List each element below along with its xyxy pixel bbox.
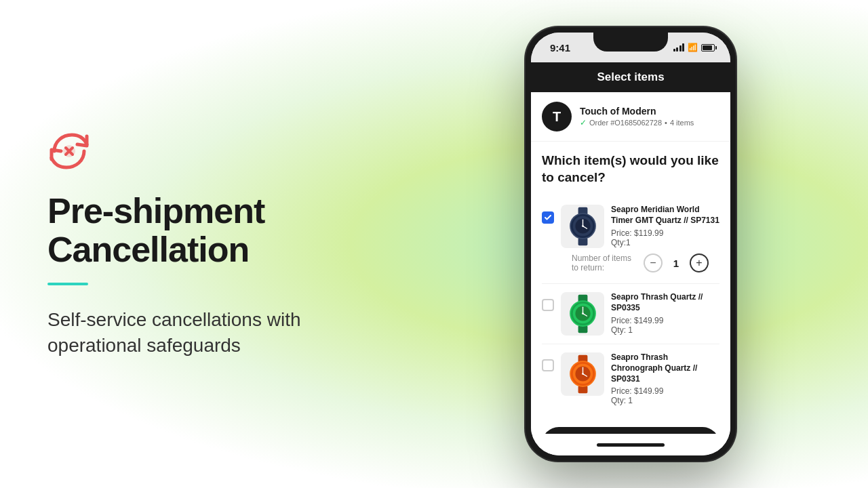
merchant-name: Touch of Modern xyxy=(580,106,719,117)
status-icons: 📶 xyxy=(673,43,717,52)
item-2-price: Price: $149.99 xyxy=(611,316,719,325)
wifi-icon: 📶 xyxy=(688,43,698,52)
merchant-avatar: T xyxy=(542,102,572,131)
merchant-info: Touch of Modern ✓ Order #O1685062728 • 4… xyxy=(580,106,719,127)
question-section: Which item(s) would you like to cancel? xyxy=(531,142,730,191)
item-3-name: Seapro Thrash Chronograph Quartz // SP03… xyxy=(611,352,719,384)
qty-label: Number of items to return: xyxy=(572,253,637,272)
verified-icon: ✓ xyxy=(580,118,587,127)
list-item: Seapro Meridian World Timer GMT Quartz /… xyxy=(531,197,730,283)
phone-container: 9:41 📶 xyxy=(393,27,868,461)
status-time: 9:41 xyxy=(550,42,570,54)
item-3-image xyxy=(561,352,604,396)
item-1-checkbox[interactable] xyxy=(542,211,554,224)
svg-point-10 xyxy=(582,226,584,228)
minus-label: − xyxy=(650,257,656,269)
item-count: 4 items xyxy=(670,119,694,127)
app-header: Select items xyxy=(531,62,730,92)
qty-minus-button[interactable]: − xyxy=(644,253,663,272)
item-row-inner-2: Seapro Thrash Quartz // SP0335 Price: $1… xyxy=(542,292,719,336)
order-separator: • xyxy=(665,119,667,127)
list-item: Seapro Thrash Chronograph Quartz // SP03… xyxy=(531,344,730,413)
item-1-name: Seapro Meridian World Timer GMT Quartz /… xyxy=(611,205,719,226)
phone-notch xyxy=(593,33,668,52)
app-header-title: Select items xyxy=(597,70,664,83)
item-3-checkbox[interactable] xyxy=(542,359,554,371)
cancel-button[interactable]: Cancel 1 item xyxy=(542,427,719,434)
question-text: Which item(s) would you like to cancel? xyxy=(542,152,719,186)
qty-value: 1 xyxy=(669,258,683,269)
item-2-checkbox[interactable] xyxy=(542,299,554,311)
signal-bars-icon xyxy=(673,43,685,52)
svg-point-26 xyxy=(582,373,584,375)
item-3-price: Price: $149.99 xyxy=(611,386,719,396)
home-indicator xyxy=(531,434,730,455)
home-bar xyxy=(597,443,665,447)
cancel-refresh-icon xyxy=(47,129,346,181)
item-row-inner-1: Seapro Meridian World Timer GMT Quartz /… xyxy=(542,205,719,248)
phone-screen: 9:41 📶 xyxy=(531,33,730,455)
item-1-price: Price: $119.99 xyxy=(611,228,719,238)
order-info: T Touch of Modern ✓ Order #O1685062728 •… xyxy=(531,92,730,142)
item-2-name: Seapro Thrash Quartz // SP0335 xyxy=(611,292,719,313)
item-2-qty: Qty: 1 xyxy=(611,325,719,335)
item-1-details: Seapro Meridian World Timer GMT Quartz /… xyxy=(611,205,719,247)
phone-mockup: 9:41 📶 xyxy=(526,27,736,461)
qty-control: Number of items to return: − 1 + xyxy=(542,248,719,275)
merchant-initial: T xyxy=(553,109,561,125)
list-item: Seapro Thrash Quartz // SP0335 Price: $1… xyxy=(531,284,730,344)
svg-point-18 xyxy=(582,313,584,315)
left-panel: Pre-shipment Cancellation Self-service c… xyxy=(0,89,393,399)
order-number: Order #O1685062728 xyxy=(589,119,662,127)
qty-plus-button[interactable]: + xyxy=(690,253,709,272)
items-list: Seapro Meridian World Timer GMT Quartz /… xyxy=(531,191,730,419)
item-1-image xyxy=(561,205,604,248)
item-row-inner-3: Seapro Thrash Chronograph Quartz // SP03… xyxy=(542,352,719,405)
title-divider xyxy=(47,283,88,285)
item-1-qty: Qty:1 xyxy=(611,238,719,247)
order-meta: ✓ Order #O1685062728 • 4 items xyxy=(580,118,719,127)
item-3-details: Seapro Thrash Chronograph Quartz // SP03… xyxy=(611,352,719,405)
item-2-details: Seapro Thrash Quartz // SP0335 Price: $1… xyxy=(611,292,719,334)
app-content: T Touch of Modern ✓ Order #O1685062728 •… xyxy=(531,92,730,434)
cancel-button-area: Cancel 1 item xyxy=(531,419,730,434)
item-3-qty: Qty: 1 xyxy=(611,396,719,405)
subtitle: Self-service cancellations with operatio… xyxy=(47,307,346,359)
main-title: Pre-shipment Cancellation xyxy=(47,192,346,269)
plus-label: + xyxy=(696,257,702,269)
battery-icon xyxy=(701,44,717,52)
content-area: Pre-shipment Cancellation Self-service c… xyxy=(0,0,868,488)
item-2-image xyxy=(561,292,604,336)
